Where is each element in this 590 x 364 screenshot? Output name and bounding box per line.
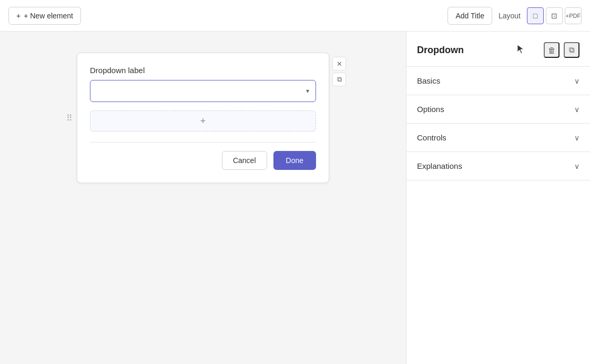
add-title-label: Add Title: [455, 12, 484, 20]
drag-handle[interactable]: ⠿: [66, 113, 73, 123]
layout-table-button[interactable]: ⊡: [546, 7, 563, 24]
copy-icon: ⧉: [337, 75, 342, 84]
accordion-options-label: Options: [417, 105, 444, 114]
add-item-plus-icon: +: [200, 116, 206, 127]
trash-icon: ✕: [337, 60, 342, 68]
new-element-label: + New element: [24, 12, 73, 20]
toolbar: + + New element Add Title Layout □ ⊡ +PD…: [0, 0, 590, 32]
cancel-button[interactable]: Cancel: [222, 151, 267, 170]
layout-icons: □ ⊡ +PDF: [527, 7, 582, 24]
done-button[interactable]: Done: [273, 151, 316, 170]
layout-pdf-button[interactable]: +PDF: [565, 7, 582, 24]
form-divider: [90, 142, 316, 143]
panel-copy-icon: ⧉: [569, 45, 575, 55]
dropdown-select-wrapper: ▾: [90, 80, 316, 102]
accordion-explanations-chevron: ∨: [574, 162, 579, 170]
dropdown-select[interactable]: [91, 82, 314, 100]
form-card-wrapper: ⠿ Dropdown label ▾ +: [77, 53, 329, 183]
done-label: Done: [286, 156, 303, 165]
panel-title: Dropdown: [417, 45, 464, 56]
plus-icon: +: [16, 12, 21, 20]
form-actions: Cancel Done: [90, 151, 316, 170]
delete-item-button[interactable]: ✕: [332, 57, 346, 70]
accordion-controls-label: Controls: [417, 133, 446, 142]
accordion-explanations: Explanations ∨: [406, 152, 590, 180]
accordion-basics-label: Basics: [417, 76, 440, 85]
accordion-controls-header[interactable]: Controls ∨: [406, 124, 590, 151]
panel-trash-icon: 🗑: [548, 46, 556, 55]
right-panel: Dropdown 🗑 ⧉ Basics ∨ Options: [406, 32, 590, 364]
table-icon: ⊡: [551, 12, 557, 20]
panel-header-icons: 🗑 ⧉: [544, 42, 579, 58]
new-element-button[interactable]: + + New element: [8, 7, 81, 25]
dropdown-label: Dropdown label: [90, 66, 316, 75]
accordion-controls-chevron: ∨: [574, 134, 579, 142]
pdf-icon: +PDF: [566, 13, 581, 19]
form-card: Dropdown label ▾ + Cancel: [77, 53, 329, 183]
copy-item-button[interactable]: ⧉: [332, 73, 346, 86]
card-actions: ✕ ⧉: [332, 57, 346, 86]
accordion-basics-header[interactable]: Basics ∨: [406, 67, 590, 95]
accordion-explanations-header[interactable]: Explanations ∨: [406, 152, 590, 180]
accordion-basics-chevron: ∨: [574, 77, 579, 85]
accordion-explanations-label: Explanations: [417, 161, 462, 170]
accordion-controls: Controls ∨: [406, 124, 590, 152]
square-icon: □: [533, 12, 537, 20]
panel-header: Dropdown 🗑 ⧉: [406, 32, 590, 67]
add-title-button[interactable]: Add Title: [447, 7, 492, 25]
canvas: ⠿ Dropdown label ▾ +: [0, 32, 406, 364]
layout-square-button[interactable]: □: [527, 7, 544, 24]
accordion-options-chevron: ∨: [574, 105, 579, 114]
panel-copy-button[interactable]: ⧉: [564, 42, 579, 58]
accordion-options: Options ∨: [406, 95, 590, 124]
accordion-basics: Basics ∨: [406, 67, 590, 95]
cancel-label: Cancel: [233, 156, 256, 165]
panel-delete-button[interactable]: 🗑: [544, 42, 560, 58]
layout-label: Layout: [499, 12, 521, 20]
main-area: ⠿ Dropdown label ▾ +: [0, 32, 590, 364]
accordion-options-header[interactable]: Options ∨: [406, 95, 590, 123]
add-item-button[interactable]: +: [90, 110, 316, 132]
